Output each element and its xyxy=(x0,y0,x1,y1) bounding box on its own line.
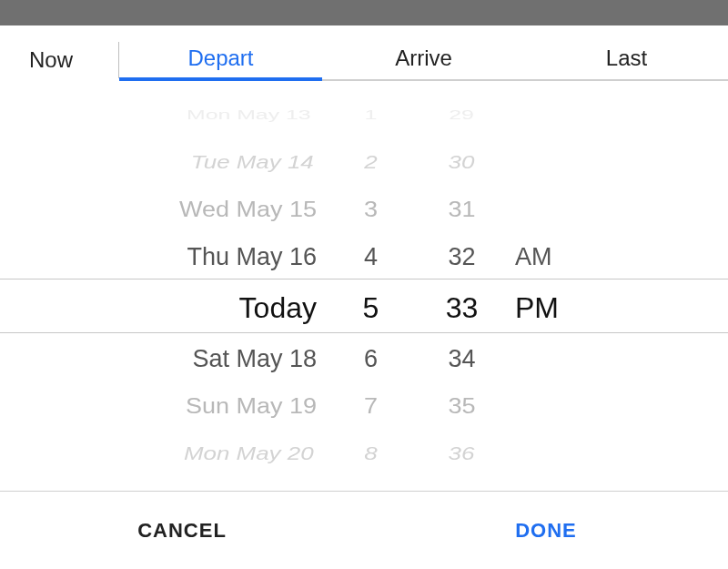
mode-tabs: Now Depart Arrive Last xyxy=(0,25,728,87)
hour-option[interactable]: 3 xyxy=(364,188,378,231)
tab-last[interactable]: Last xyxy=(525,39,728,81)
ampm-selected[interactable]: PM xyxy=(515,280,559,335)
minute-option[interactable]: 31 xyxy=(448,188,475,231)
hour-option[interactable]: 6 xyxy=(364,335,378,382)
hour-option[interactable]: 7 xyxy=(364,384,378,428)
minute-option[interactable]: 34 xyxy=(448,335,475,382)
minute-option[interactable]: 30 xyxy=(449,144,475,181)
minute-option[interactable]: 29 xyxy=(450,102,475,128)
minute-option[interactable]: 36 xyxy=(449,435,475,469)
date-selected[interactable]: Today xyxy=(239,280,317,335)
tab-now[interactable]: Now xyxy=(0,39,118,81)
hour-option[interactable]: 4 xyxy=(364,233,378,280)
hour-option[interactable]: 2 xyxy=(364,144,377,181)
date-option[interactable]: Mon May 13 xyxy=(187,102,311,128)
dimmed-backdrop xyxy=(0,0,728,25)
tab-arrive[interactable]: Arrive xyxy=(322,39,525,81)
tab-depart[interactable]: Depart xyxy=(119,39,322,81)
minute-wheel[interactable]: 29 30 31 32 33 34 35 36 37 xyxy=(414,87,510,469)
date-option[interactable]: Mon May 20 xyxy=(184,435,314,469)
hour-option[interactable]: 1 xyxy=(365,102,378,128)
hour-selected[interactable]: 5 xyxy=(363,280,379,335)
minute-selected[interactable]: 33 xyxy=(446,280,479,335)
minute-option[interactable]: 35 xyxy=(448,384,475,428)
action-buttons: CANCEL DONE xyxy=(0,491,728,569)
picker: Mon May 13 Tue May 14 Wed May 15 Thu May… xyxy=(0,87,728,469)
datetime-picker-sheet: Now Depart Arrive Last Mon May 13 Tue Ma… xyxy=(0,0,728,569)
minute-option[interactable]: 32 xyxy=(448,233,475,280)
ampm-option[interactable]: AM xyxy=(515,233,552,280)
cancel-button[interactable]: CANCEL xyxy=(0,492,364,569)
date-option[interactable]: Tue May 14 xyxy=(191,144,314,181)
hour-wheel[interactable]: 1 2 3 4 5 6 7 8 9 xyxy=(328,87,414,469)
date-option[interactable]: Wed May 15 xyxy=(179,188,317,231)
date-option[interactable]: Sun May 19 xyxy=(186,384,317,428)
date-wheel[interactable]: Mon May 13 Tue May 14 Wed May 15 Thu May… xyxy=(36,87,328,469)
done-button[interactable]: DONE xyxy=(364,492,728,569)
ampm-wheel[interactable]: AM PM xyxy=(510,87,601,469)
date-option[interactable]: Thu May 16 xyxy=(187,233,317,280)
hour-option[interactable]: 8 xyxy=(364,435,377,469)
date-option[interactable]: Sat May 18 xyxy=(192,335,317,382)
